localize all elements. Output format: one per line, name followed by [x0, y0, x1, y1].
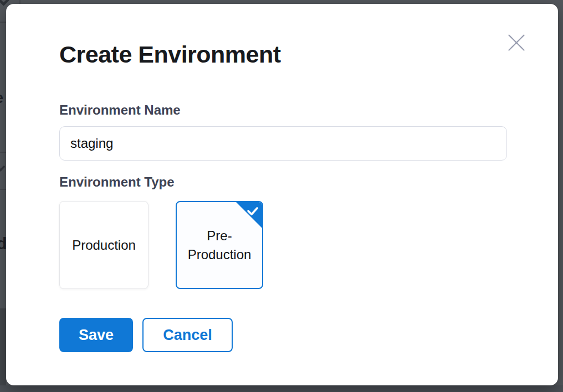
page-backdrop: { "backdrop": { "partial_letter_top": "e… [0, 0, 563, 392]
close-icon [508, 34, 525, 51]
option-label: Pre-Production [182, 226, 257, 264]
background-chevron-down-icon [0, 0, 9, 6]
environment-name-label: Environment Name [59, 102, 181, 118]
create-environment-dialog: Create Environment Environment Name Envi… [6, 4, 558, 385]
environment-type-label: Environment Type [59, 174, 175, 190]
cancel-button[interactable]: Cancel [142, 318, 233, 352]
option-label: Production [72, 236, 136, 255]
save-button[interactable]: Save [59, 318, 133, 352]
background-divider [0, 152, 6, 153]
background-chevron-down-icon [0, 166, 5, 173]
background-dark-panel [0, 308, 6, 385]
environment-name-input[interactable] [59, 126, 507, 161]
background-bottom-strip [0, 385, 563, 392]
selected-corner-badge [236, 202, 262, 228]
close-button[interactable] [501, 27, 532, 58]
background-divider [0, 189, 6, 190]
dialog-title: Create Environment [59, 40, 281, 68]
background-partial-text: e [0, 91, 3, 106]
background-divider [0, 22, 6, 23]
environment-type-option-production[interactable]: Production [59, 201, 149, 289]
check-icon [246, 206, 259, 217]
environment-type-option-pre-production[interactable]: Pre-Production [176, 201, 263, 289]
background-vertical-divider [19, 0, 21, 4]
